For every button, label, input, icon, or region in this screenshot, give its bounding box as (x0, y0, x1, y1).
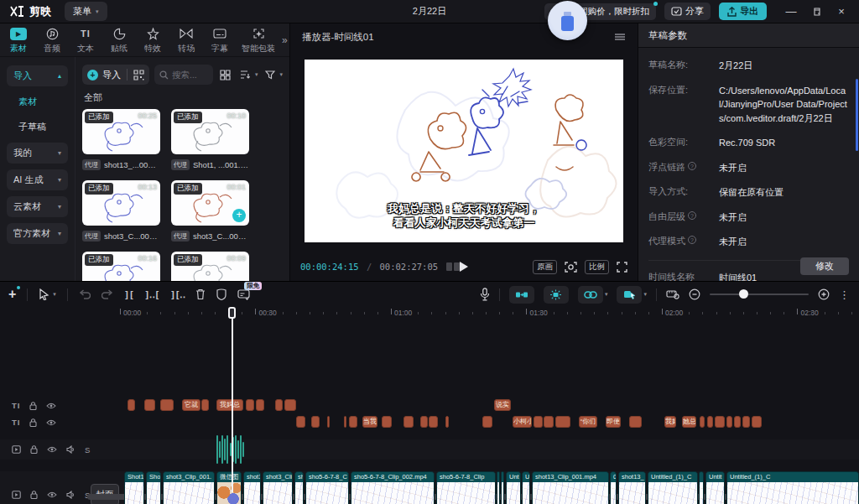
add-to-timeline-button[interactable]: + (232, 209, 246, 222)
sidebar-item-导入[interactable]: 导入▴ (7, 65, 68, 86)
record-audio-icon[interactable] (480, 288, 490, 301)
text-clip-track1-clip[interactable] (128, 399, 135, 411)
split-icon[interactable]: ][ (124, 289, 133, 300)
auto-snap-toggle[interactable] (544, 286, 569, 304)
zoom-slider-knob[interactable] (739, 289, 748, 299)
aspect-ratio-button[interactable]: 比例 (585, 260, 609, 274)
play-button[interactable] (459, 261, 469, 273)
audio-waveform-bar[interactable] (242, 442, 244, 457)
sidebar-item-素材[interactable]: 素材 (7, 92, 68, 112)
export-button[interactable]: 导出 (719, 3, 767, 20)
media-thumbnail[interactable]: 已添加00:10 (171, 109, 249, 154)
minimize-button[interactable]: — (780, 3, 802, 20)
text-clip-track1-clip[interactable] (246, 399, 254, 411)
tab-转场[interactable]: 转场 (169, 25, 203, 55)
linkage-toggle[interactable] (578, 286, 603, 304)
video-clip[interactable] (497, 471, 500, 504)
media-thumbnail[interactable]: 已添加00:25 (82, 109, 160, 154)
timeline-ruler-icon[interactable] (666, 289, 679, 299)
sidebar-item-AI 生成[interactable]: AI 生成▾ (7, 169, 68, 190)
main-track-magnet-toggle[interactable] (509, 286, 534, 304)
text-clip-track2-clip[interactable] (482, 416, 492, 428)
grid-view-icon[interactable] (218, 67, 233, 82)
media-thumbnail[interactable]: 已添加00:01+ (171, 180, 249, 226)
text-clip-track1-clip[interactable] (144, 399, 155, 411)
text-clip-track2-clip[interactable] (555, 416, 570, 428)
text-clip-track2-clip[interactable] (382, 416, 392, 428)
text-clip-track2-clip[interactable] (715, 416, 725, 428)
fullscreen-icon[interactable] (617, 262, 627, 273)
text-clip-track2-clip[interactable] (420, 416, 428, 428)
video-clip[interactable]: Sho (146, 471, 161, 504)
sidebar-item-云素材[interactable]: 云素材▾ (7, 196, 68, 217)
text-clip-track2-clip[interactable] (311, 416, 320, 428)
text-clip-track2-clip[interactable] (707, 416, 713, 428)
text-clip-track2-clip[interactable] (429, 416, 438, 428)
media-thumbnail[interactable]: 已添加00:16 (82, 252, 160, 281)
video-clip[interactable]: Unt (506, 471, 521, 504)
tab-文本[interactable]: TI文本 (69, 25, 102, 55)
video-clip[interactable]: sho5-6-7-8_Clip (436, 471, 496, 504)
sidebar-item-我的[interactable]: 我的▾ (7, 143, 68, 164)
lock-icon[interactable] (29, 402, 37, 410)
media-thumbnail[interactable]: 已添加00:09 (171, 252, 249, 281)
text-clip-track1-clip[interactable] (275, 399, 283, 411)
text-clip-track2-clip[interactable] (544, 416, 554, 428)
text-clip-track2-clip[interactable]: 当我 (362, 416, 377, 428)
filter-icon[interactable] (263, 67, 278, 82)
text-clip-track2-clip[interactable] (534, 416, 543, 428)
video-clip[interactable]: shot13_ (618, 471, 646, 504)
help-icon[interactable]: ? (688, 162, 696, 170)
media-item[interactable]: 已添加00:13代理shot3_C...001.mp4 (82, 180, 160, 242)
share-button[interactable]: 分享 (664, 3, 711, 20)
video-clip[interactable]: shot3 (243, 471, 261, 504)
eye-icon[interactable] (47, 491, 57, 498)
audio-waveform-bar[interactable] (221, 435, 223, 464)
video-clip[interactable]: Untit (705, 471, 725, 504)
text-clip-track2-clip[interactable] (344, 416, 346, 428)
text-clip-track2-clip[interactable]: 我妈 (664, 416, 676, 428)
close-button[interactable]: × (830, 3, 852, 20)
chevron-down-icon[interactable]: ▾ (643, 291, 647, 298)
video-clip[interactable]: sho5-6-7-8_Clip_002.mp4 (351, 471, 435, 504)
playhead[interactable] (228, 307, 236, 492)
tab-贴纸[interactable]: 贴纸 (102, 25, 136, 55)
search-input[interactable] (172, 70, 208, 80)
text-clip-track2-clip[interactable] (700, 416, 705, 428)
text-clip-track2-clip[interactable]: “你们 (579, 416, 597, 428)
split-left-icon[interactable]: ]‥[ (144, 289, 159, 300)
text-clip-track2-clip[interactable] (403, 416, 414, 428)
undo-button[interactable] (79, 289, 91, 299)
text-clip-track2-clip[interactable]: 小柯小 (513, 416, 532, 428)
video-clip[interactable]: 0 (610, 471, 617, 504)
eye-icon[interactable] (46, 403, 56, 409)
help-icon[interactable]: ? (688, 236, 696, 244)
media-thumbnail[interactable]: 已添加00:13 (82, 180, 160, 226)
playhead-handle[interactable] (228, 307, 236, 319)
video-canvas[interactable]: 我妈总是说：整天不好好学习， 看看人家小柯天天考试拿第一 (305, 60, 623, 242)
zoom-slider[interactable] (710, 294, 809, 295)
lock-icon[interactable] (30, 491, 38, 499)
add-track-button[interactable]: + (8, 287, 16, 302)
media-item[interactable]: 已添加00:01+代理shot3_C...002.mp4 (171, 180, 249, 242)
media-item[interactable]: 已添加00:10代理Shot1, ...001.mp4 (171, 109, 249, 170)
video-clip[interactable]: U (522, 471, 530, 504)
media-item[interactable]: 已添加00:09 (171, 252, 249, 281)
audio-waveform-bar[interactable] (224, 439, 226, 460)
video-clip[interactable]: shot3_Clip_001. (163, 471, 215, 504)
more-options-icon[interactable]: ⋮ (839, 288, 851, 301)
original-quality-button[interactable]: 原画 (533, 260, 557, 274)
timeline-ruler[interactable]: 00:0000:3001:0001:3002:0002:30 (87, 307, 859, 321)
tab-智能包装[interactable]: 智能包装 (237, 25, 280, 55)
text-clip-track1-clip[interactable] (160, 399, 174, 411)
video-clip[interactable]: sho5-6-7-8_C (305, 471, 349, 504)
eye-icon[interactable] (46, 419, 56, 426)
modify-button[interactable]: 修改 (800, 257, 849, 275)
text-clip-track2-clip[interactable] (726, 416, 732, 428)
video-clip[interactable] (501, 471, 504, 504)
audio-waveform-bar[interactable] (219, 441, 221, 458)
video-clip[interactable]: shot3_Cli (263, 471, 293, 504)
smart-captions-icon[interactable]: 限免 (237, 289, 250, 300)
video-clip[interactable] (699, 471, 704, 504)
chevron-down-icon[interactable]: ▾ (605, 291, 608, 298)
